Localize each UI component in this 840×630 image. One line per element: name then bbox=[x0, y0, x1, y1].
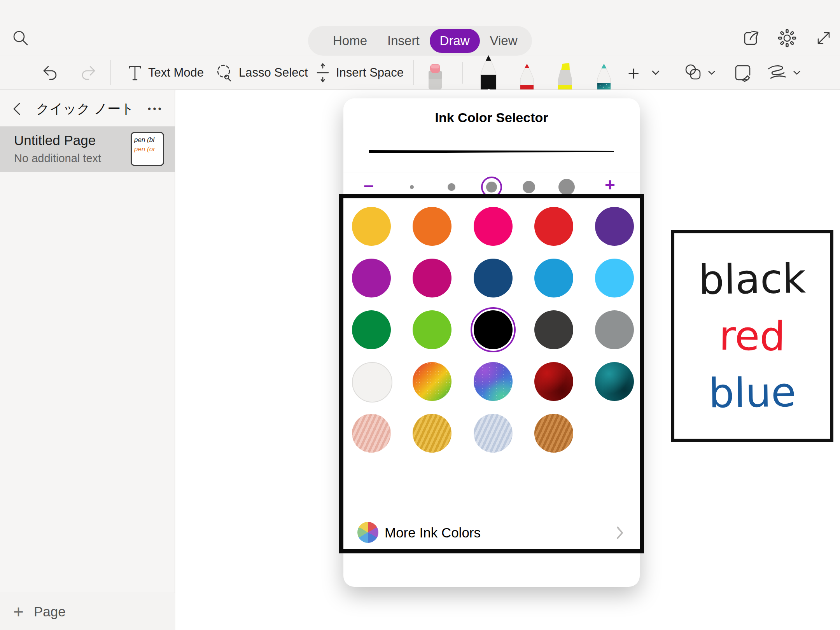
lasso-select-button[interactable]: Lasso Select bbox=[215, 56, 308, 89]
ink-color-swatch-magenta[interactable] bbox=[413, 259, 452, 298]
more-options-ellipsis-icon[interactable]: ••• bbox=[148, 103, 163, 114]
tab-view[interactable]: View bbox=[480, 29, 528, 53]
lasso-select-icon bbox=[215, 63, 234, 83]
stroke-size-option-4[interactable] bbox=[523, 181, 535, 193]
size-decrease-button[interactable]: – bbox=[364, 177, 374, 192]
shapes-icon[interactable] bbox=[684, 63, 704, 83]
ink-color-swatch-dark-blue[interactable] bbox=[474, 259, 513, 298]
more-ink-colors-row[interactable]: More Ink Colors bbox=[343, 521, 640, 545]
ink-color-swatch-teal-marble[interactable] bbox=[595, 362, 634, 401]
page-subtitle: No additional text bbox=[14, 152, 101, 165]
ink-color-swatch-galaxy[interactable] bbox=[474, 362, 513, 401]
text-mode-label: Text Mode bbox=[148, 66, 204, 80]
expand-icon[interactable] bbox=[814, 29, 833, 47]
insert-space-label: Insert Space bbox=[336, 66, 404, 80]
ink-color-swatch-rose-gold[interactable] bbox=[352, 414, 391, 453]
back-chevron-icon[interactable] bbox=[11, 101, 23, 117]
text-mode-icon bbox=[126, 63, 144, 82]
page-list-item-selected[interactable]: Untitled Page No additional text pen (bl… bbox=[0, 126, 175, 172]
pen-separator bbox=[462, 62, 463, 84]
notebook-section-title: クイック ノート bbox=[23, 100, 148, 118]
ink-color-swatch-dark-gray[interactable] bbox=[534, 310, 573, 349]
pen-red[interactable] bbox=[516, 63, 538, 89]
top-app-bar: HomeInsertDrawView bbox=[0, 0, 840, 56]
ribbon-separator bbox=[110, 60, 111, 85]
insert-space-icon bbox=[314, 63, 331, 83]
stroke-preview bbox=[369, 150, 614, 154]
ink-color-swatch-red-marble[interactable] bbox=[534, 362, 573, 401]
squiggle-icon[interactable] bbox=[767, 64, 789, 81]
tab-draw[interactable]: Draw bbox=[430, 29, 480, 53]
pen-galaxy[interactable] bbox=[593, 63, 615, 89]
search-icon[interactable] bbox=[12, 29, 30, 47]
ink-color-swatch-gray[interactable] bbox=[595, 310, 634, 349]
add-page-button[interactable]: + Page bbox=[0, 593, 175, 630]
ink-color-swatch-violet[interactable] bbox=[352, 259, 391, 298]
stroke-size-option-5[interactable] bbox=[558, 179, 575, 195]
sidebar-header: クイック ノート ••• bbox=[0, 97, 175, 121]
ink-color-swatch-black-selected[interactable] bbox=[474, 310, 513, 349]
tab-home[interactable]: Home bbox=[323, 29, 377, 53]
size-increase-button[interactable]: + bbox=[605, 177, 615, 192]
stroke-size-option-3-selected[interactable] bbox=[486, 182, 497, 192]
ink-color-swatch-green[interactable] bbox=[352, 310, 391, 349]
ink-word-black: black bbox=[698, 252, 806, 307]
squiggle-chevron-down-icon[interactable] bbox=[792, 69, 802, 77]
ink-color-swatch-purple[interactable] bbox=[595, 207, 634, 246]
eraser-tool[interactable] bbox=[424, 63, 446, 89]
handwritten-ink-box: blackredblue bbox=[671, 230, 833, 442]
ribbon-tab-bar: HomeInsertDrawView bbox=[308, 26, 532, 56]
ink-word-red: red bbox=[719, 309, 786, 363]
popup-title: Ink Color Selector bbox=[343, 110, 640, 125]
undo-icon[interactable] bbox=[40, 63, 59, 82]
stroke-size-option-2[interactable] bbox=[448, 183, 455, 191]
ink-color-selector-popup: Ink Color Selector – + Delete bbox=[343, 98, 640, 587]
draw-ribbon: Text Mode Lasso Select Insert Space bbox=[0, 56, 840, 90]
ribbon-separator bbox=[413, 60, 414, 85]
page-thumbnail: pen (blpen (or bbox=[131, 132, 164, 166]
more-ink-colors-label: More Ink Colors bbox=[385, 525, 481, 541]
ink-word-blue: blue bbox=[708, 365, 796, 420]
ink-color-swatch-orange[interactable] bbox=[413, 207, 452, 246]
onenote-app: HomeInsertDrawView bbox=[0, 0, 840, 630]
pen-black-selected[interactable] bbox=[476, 54, 501, 89]
ink-color-swatch-rainbow-glitter[interactable] bbox=[413, 362, 452, 401]
add-page-plus-icon: + bbox=[13, 601, 24, 622]
add-pen-button[interactable]: + bbox=[628, 62, 639, 85]
ink-color-swatch-gold[interactable] bbox=[413, 414, 452, 453]
settings-gear-icon[interactable] bbox=[778, 29, 796, 47]
thumbnail-ink-line: pen (or bbox=[134, 145, 163, 154]
tab-insert[interactable]: Insert bbox=[377, 29, 430, 53]
stroke-size-row: – + bbox=[343, 173, 640, 201]
shapes-chevron-down-icon[interactable] bbox=[707, 69, 717, 77]
ink-color-swatch-white[interactable] bbox=[352, 362, 392, 402]
ink-color-swatch-light-green[interactable] bbox=[413, 310, 452, 349]
chevron-right-icon bbox=[616, 526, 624, 540]
insert-space-button[interactable]: Insert Space bbox=[314, 56, 404, 89]
page-list-sidebar: クイック ノート ••• Untitled Page No additional… bbox=[0, 90, 175, 630]
thumbnail-ink-line: pen (bl bbox=[134, 135, 163, 145]
lasso-select-label: Lasso Select bbox=[239, 66, 308, 80]
text-mode-button[interactable]: Text Mode bbox=[126, 56, 204, 89]
ink-annotation-icon[interactable] bbox=[733, 63, 753, 83]
color-wheel-icon bbox=[357, 522, 378, 543]
ink-color-swatch-yellow[interactable] bbox=[352, 207, 391, 246]
ink-color-swatch-sky-blue[interactable] bbox=[595, 259, 634, 298]
share-icon[interactable] bbox=[742, 29, 760, 47]
highlighter-yellow[interactable] bbox=[553, 62, 577, 89]
popup-caret bbox=[476, 89, 502, 99]
ink-color-swatch-bronze[interactable] bbox=[534, 414, 573, 453]
page-title: Untitled Page bbox=[14, 133, 96, 148]
add-page-label: Page bbox=[34, 604, 66, 620]
stroke-size-option-1[interactable] bbox=[410, 185, 414, 189]
ink-color-swatch-blue[interactable] bbox=[534, 259, 573, 298]
ink-color-swatch-silver[interactable] bbox=[474, 414, 513, 453]
ink-color-swatch-pink[interactable] bbox=[474, 207, 513, 246]
ink-color-swatch-red[interactable] bbox=[534, 207, 573, 246]
redo-icon[interactable] bbox=[79, 63, 98, 82]
add-pen-chevron-down-icon[interactable] bbox=[650, 69, 661, 77]
